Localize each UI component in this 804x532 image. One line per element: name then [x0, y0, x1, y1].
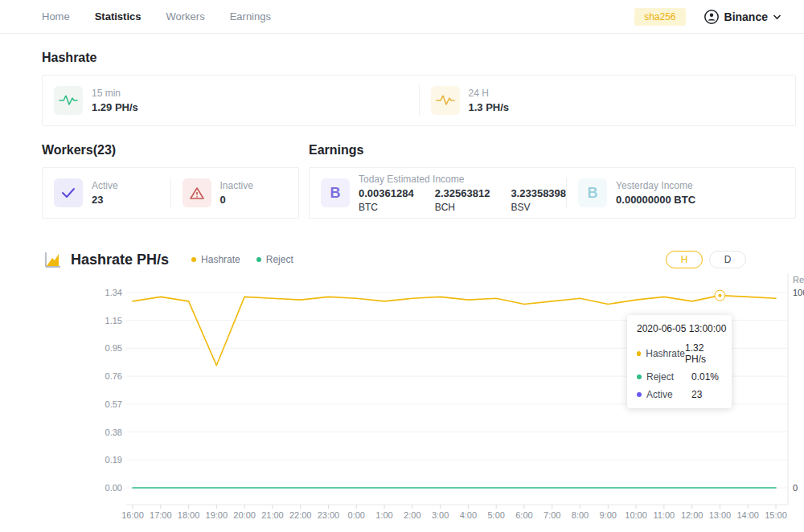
- tooltip-row-hashrate: Hashrate 1.32 PH/s: [637, 342, 722, 365]
- chart-header: Hashrate PH/s Hashrate Reject H D: [42, 249, 796, 270]
- y-axis-tick-label: 0.95: [105, 343, 122, 353]
- earnings-yesterday-cell: B Yesterday Income 0.00000000 BTC: [567, 168, 795, 218]
- x-axis-tick-label: 6:00: [515, 510, 532, 520]
- x-axis-tick-label: 18:00: [178, 510, 200, 520]
- tooltip-dot-hashrate: [637, 351, 641, 356]
- earnings-today-label: Today Estimated Income: [359, 174, 566, 185]
- hashrate-24h-cell: 24 H 1.3 PH/s: [420, 76, 796, 125]
- x-axis-tick-label: 7:00: [544, 510, 560, 520]
- x-axis-tick-label: 8:00: [572, 510, 589, 520]
- x-axis-tick-label: 0:00: [348, 510, 365, 520]
- y-axis-tick-label: 0.57: [105, 399, 122, 409]
- earnings-section-title: Earnings: [309, 142, 796, 158]
- legend-dot-hashrate: [191, 257, 196, 262]
- area-chart-icon: [42, 249, 63, 270]
- range-button-group: H D: [666, 251, 746, 268]
- nav-item-statistics[interactable]: Statistics: [95, 10, 142, 23]
- nav-item-workers[interactable]: Workers: [166, 10, 205, 23]
- earnings-btc-value: 0.00361284: [359, 187, 414, 199]
- tooltip-label-reject: Reject: [646, 371, 691, 383]
- x-axis-tick-label: 22:00: [289, 510, 312, 520]
- tooltip-value-active: 23: [691, 389, 702, 400]
- pulse-icon-green: [54, 86, 83, 115]
- tooltip-row-active: Active 23: [637, 389, 722, 400]
- workers-card: Active 23 Inactive 0: [42, 167, 299, 219]
- tooltip-label-active: Active: [646, 389, 691, 400]
- workers-inactive-cell: Inactive 0: [171, 168, 299, 218]
- chart-legend: Hashrate Reject: [191, 254, 293, 265]
- legend-dot-reject: [256, 257, 261, 262]
- y-axis-tick-label: 1.15: [105, 316, 122, 325]
- warning-icon: [183, 178, 211, 207]
- nav-item-earnings[interactable]: Earnings: [230, 10, 271, 23]
- y-axis-tick-label: 0.76: [105, 371, 122, 381]
- y-axis-tick-label: 0.19: [105, 455, 122, 464]
- x-axis-tick-label: 15:00: [765, 510, 787, 520]
- top-navigation: Home Statistics Workers Earnings sha256 …: [0, 0, 804, 34]
- x-axis-tick-label: 17:00: [150, 510, 172, 520]
- x-axis-tick-label: 14:00: [736, 510, 759, 520]
- tooltip-datetime: 2020-06-05 13:00:00: [637, 323, 722, 334]
- earnings-btc-unit: BTC: [359, 202, 414, 213]
- earnings-bch-value: 2.32563812: [435, 187, 490, 199]
- hashrate-24h-value: 1.3 PH/s: [469, 101, 510, 113]
- right-axis-bottom-label: 0: [793, 483, 798, 493]
- hashrate-15min-cell: 15 min 1.29 PH/s: [43, 76, 419, 125]
- x-axis-tick-label: 19:00: [206, 510, 228, 520]
- workers-inactive-value: 0: [220, 194, 253, 206]
- y-axis-tick-label: 1.34: [105, 288, 122, 297]
- legend-item-reject[interactable]: Reject: [256, 254, 293, 265]
- hashrate-15min-label: 15 min: [92, 88, 138, 99]
- workers-active-label: Active: [92, 180, 118, 191]
- x-axis-tick-label: 23:00: [318, 510, 340, 520]
- legend-label-hashrate: Hashrate: [201, 254, 240, 265]
- daily-range-button[interactable]: D: [709, 251, 746, 268]
- x-axis-tick-label: 10:00: [625, 510, 647, 520]
- tooltip-dot-active: [637, 392, 642, 397]
- hourly-range-button[interactable]: H: [666, 251, 703, 268]
- x-axis-tick-label: 3:00: [432, 510, 449, 520]
- tooltip-dot-reject: [637, 374, 642, 379]
- highlight-marker-dot: [718, 294, 721, 297]
- hashrate-24h-label: 24 H: [469, 88, 510, 99]
- algorithm-badge[interactable]: sha256: [634, 8, 685, 26]
- tooltip-value-hashrate: 1.32 PH/s: [685, 342, 722, 365]
- account-menu[interactable]: Binance: [704, 9, 781, 25]
- chart-tooltip: 2020-06-05 13:00:00 Hashrate 1.32 PH/s R…: [627, 315, 732, 408]
- tooltip-value-reject: 0.01%: [691, 371, 719, 383]
- x-axis-tick-label: 9:00: [600, 510, 617, 520]
- legend-item-hashrate[interactable]: Hashrate: [191, 254, 240, 265]
- account-name: Binance: [724, 10, 768, 23]
- earnings-yesterday-label: Yesterday Income: [616, 180, 695, 191]
- pulse-icon-yellow: [431, 86, 460, 115]
- right-axis-top-label: 100%: [793, 288, 804, 297]
- earnings-bsv-value: 3.23358398: [511, 187, 566, 199]
- earnings-entry-bsv: 3.23358398 BSV: [511, 187, 566, 213]
- x-axis-tick-label: 5:00: [487, 510, 504, 520]
- y-axis-tick-label: 0.00: [105, 483, 122, 493]
- nav-item-home[interactable]: Home: [42, 10, 70, 23]
- workers-active-cell: Active 23: [43, 168, 170, 218]
- x-axis-tick-label: 11:00: [654, 510, 675, 520]
- bitcoin-glyph: B: [330, 185, 341, 202]
- x-axis-tick-label: 21:00: [261, 510, 284, 520]
- earnings-bsv-unit: BSV: [511, 202, 566, 213]
- bitcoin-icon-purple: B: [321, 178, 350, 207]
- earnings-yesterday-value: 0.00000000 BTC: [616, 194, 695, 206]
- x-axis-tick-label: 4:00: [460, 510, 477, 520]
- chevron-down-icon: [773, 14, 781, 20]
- workers-active-value: 23: [92, 194, 118, 206]
- user-icon: [704, 9, 720, 25]
- tooltip-row-reject: Reject 0.01%: [637, 371, 722, 383]
- x-axis-tick-label: 20:00: [233, 510, 256, 520]
- y-axis-tick-label: 0.38: [105, 428, 122, 437]
- bitcoin-glyph: B: [588, 185, 598, 202]
- check-icon: [54, 178, 83, 207]
- workers-section-title: Workers(23): [42, 142, 299, 158]
- chart-title: Hashrate PH/s: [71, 252, 169, 268]
- earnings-today-cell: B Today Estimated Income 0.00361284 BTC …: [310, 168, 566, 218]
- x-axis-tick-label: 13:00: [709, 510, 732, 520]
- earnings-entry-btc: 0.00361284 BTC: [359, 187, 414, 213]
- earnings-card: B Today Estimated Income 0.00361284 BTC …: [309, 167, 796, 219]
- chart-area: 0.000.190.380.570.760.951.151.3416:0017:…: [84, 273, 804, 527]
